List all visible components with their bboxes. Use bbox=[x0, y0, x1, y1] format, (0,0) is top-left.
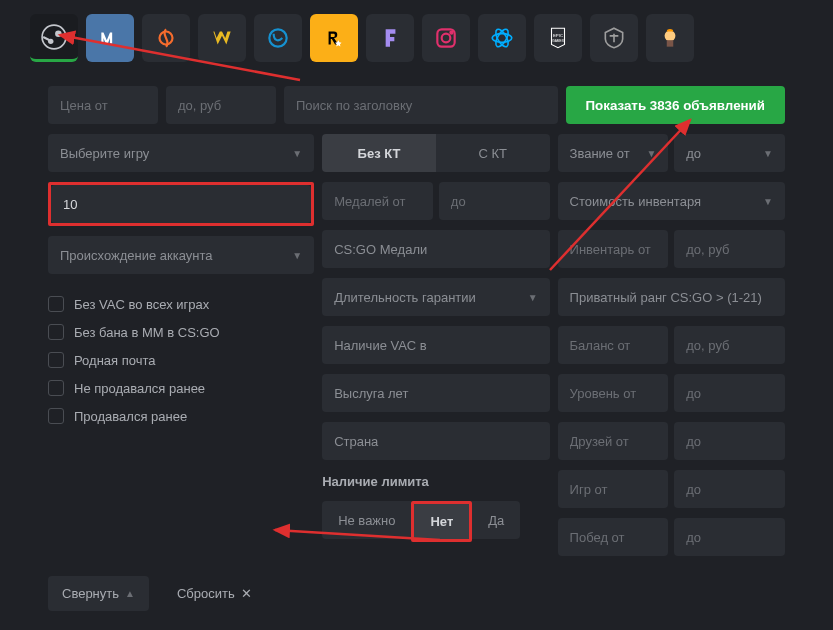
svg-point-4 bbox=[269, 29, 286, 46]
instagram-icon bbox=[433, 25, 459, 51]
balance-to-input[interactable] bbox=[674, 326, 785, 364]
limit-any-button[interactable]: Не важно bbox=[322, 501, 411, 539]
chevron-down-icon: ▼ bbox=[292, 148, 302, 159]
account-origin-select[interactable]: Происхождение аккаунта▼ bbox=[48, 236, 314, 274]
check-no-mm-ban[interactable]: Без бана в ММ в CS:GO bbox=[48, 318, 314, 346]
check-no-vac-all[interactable]: Без VAC во всех играх bbox=[48, 290, 314, 318]
checkbox-icon bbox=[48, 296, 64, 312]
epic-icon: EPICGAMES bbox=[545, 25, 571, 51]
platform-tabs: EPICGAMES bbox=[0, 0, 833, 76]
price-to-input[interactable] bbox=[166, 86, 276, 124]
svg-point-6 bbox=[442, 34, 451, 43]
kt-no-button[interactable]: Без КТ bbox=[322, 134, 436, 172]
platform-rockstar[interactable] bbox=[310, 14, 358, 62]
rank-from-select[interactable]: Звание от▼ bbox=[558, 134, 669, 172]
svg-text:EPIC: EPIC bbox=[553, 33, 563, 38]
inventory-from-input[interactable] bbox=[558, 230, 669, 268]
platform-origin[interactable] bbox=[142, 14, 190, 62]
country-select[interactable]: Страна bbox=[322, 422, 549, 460]
svg-point-1 bbox=[55, 30, 62, 37]
platform-uplay[interactable] bbox=[254, 14, 302, 62]
fortnite-icon bbox=[377, 25, 403, 51]
platform-epic[interactable]: EPICGAMES bbox=[534, 14, 582, 62]
show-listings-button[interactable]: Показать 3836 объявлений bbox=[566, 86, 785, 124]
reset-button[interactable]: Сбросить✕ bbox=[163, 576, 266, 611]
limit-segment: Не важно Нет Да bbox=[322, 501, 549, 542]
private-rank-select[interactable]: Приватный ранг CS:GO > (1-21) bbox=[558, 278, 785, 316]
steam-icon bbox=[41, 24, 67, 50]
chevron-down-icon: ▼ bbox=[528, 292, 538, 303]
kt-segment: Без КТ С КТ bbox=[322, 134, 549, 172]
medals-to-input[interactable] bbox=[439, 182, 550, 220]
balance-from-input[interactable] bbox=[558, 326, 669, 364]
platform-warface[interactable] bbox=[198, 14, 246, 62]
wins-from-input[interactable] bbox=[558, 518, 669, 556]
level-to-input[interactable] bbox=[674, 374, 785, 412]
platform-battlenet[interactable] bbox=[478, 14, 526, 62]
medals-from-input[interactable] bbox=[322, 182, 433, 220]
platform-vk[interactable] bbox=[86, 14, 134, 62]
numeric-input[interactable] bbox=[51, 185, 311, 223]
platform-fortnite[interactable] bbox=[366, 14, 414, 62]
platform-coc[interactable] bbox=[646, 14, 694, 62]
inventory-to-input[interactable] bbox=[674, 230, 785, 268]
service-years-select[interactable]: Выслуга лет bbox=[322, 374, 549, 412]
warranty-select[interactable]: Длительность гарантии▼ bbox=[322, 278, 549, 316]
price-from-input[interactable] bbox=[48, 86, 158, 124]
account-origin-label: Происхождение аккаунта bbox=[60, 248, 213, 263]
checkbox-icon bbox=[48, 324, 64, 340]
checkbox-icon bbox=[48, 352, 64, 368]
game-select-label: Выберите игру bbox=[60, 146, 149, 161]
wot-icon bbox=[601, 25, 627, 51]
platform-steam[interactable] bbox=[30, 14, 78, 62]
svg-point-0 bbox=[42, 25, 66, 49]
svg-point-7 bbox=[450, 32, 452, 34]
warface-icon bbox=[209, 25, 235, 51]
sort-options: По рейтингу продавца Подешевле Подороже … bbox=[48, 621, 785, 630]
uplay-icon bbox=[265, 25, 291, 51]
rockstar-icon bbox=[321, 25, 347, 51]
coc-icon bbox=[657, 25, 683, 51]
platform-instagram[interactable] bbox=[422, 14, 470, 62]
vk-icon bbox=[97, 25, 123, 51]
inventory-cost-select[interactable]: Стоимость инвентаря▼ bbox=[558, 182, 785, 220]
close-icon: ✕ bbox=[241, 586, 252, 601]
chevron-up-icon: ▲ bbox=[125, 588, 135, 599]
friends-to-input[interactable] bbox=[674, 422, 785, 460]
origin-icon bbox=[153, 25, 179, 51]
friends-from-input[interactable] bbox=[558, 422, 669, 460]
svg-point-13 bbox=[665, 30, 676, 41]
game-select[interactable]: Выберите игру▼ bbox=[48, 134, 314, 172]
chevron-down-icon: ▼ bbox=[646, 148, 656, 159]
wins-to-input[interactable] bbox=[674, 518, 785, 556]
level-from-input[interactable] bbox=[558, 374, 669, 412]
vac-in-select[interactable]: Наличие VAC в bbox=[322, 326, 549, 364]
kt-yes-button[interactable]: С КТ bbox=[436, 134, 550, 172]
checkbox-icon bbox=[48, 408, 64, 424]
svg-point-8 bbox=[492, 34, 512, 43]
chevron-down-icon: ▼ bbox=[763, 148, 773, 159]
collapse-button[interactable]: Свернуть▲ bbox=[48, 576, 149, 611]
check-sold-before[interactable]: Продавался ранее bbox=[48, 402, 314, 430]
platform-wot[interactable] bbox=[590, 14, 638, 62]
check-native-email[interactable]: Родная почта bbox=[48, 346, 314, 374]
games-from-input[interactable] bbox=[558, 470, 669, 508]
games-to-input[interactable] bbox=[674, 470, 785, 508]
svg-text:GAMES: GAMES bbox=[552, 39, 565, 43]
rank-to-select[interactable]: до▼ bbox=[674, 134, 785, 172]
limit-yes-button[interactable]: Да bbox=[472, 501, 520, 539]
chevron-down-icon: ▼ bbox=[763, 196, 773, 207]
svg-rect-14 bbox=[667, 40, 674, 46]
limit-label: Наличие лимита bbox=[322, 470, 549, 491]
battlenet-icon bbox=[489, 25, 515, 51]
csgo-medals-select[interactable]: CS:GO Медали bbox=[322, 230, 549, 268]
check-not-sold-before[interactable]: Не продавался ранее bbox=[48, 374, 314, 402]
limit-no-button[interactable]: Нет bbox=[414, 504, 469, 539]
chevron-down-icon: ▼ bbox=[292, 250, 302, 261]
checkbox-icon bbox=[48, 380, 64, 396]
search-input[interactable] bbox=[284, 86, 558, 124]
